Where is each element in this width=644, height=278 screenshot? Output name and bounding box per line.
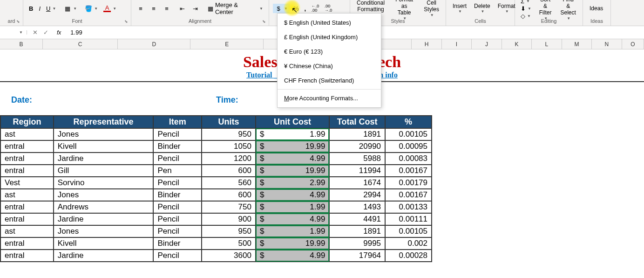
italic-button[interactable]: I <box>37 4 42 13</box>
currency-option-usd[interactable]: $ English (United States) <box>278 15 381 30</box>
cell[interactable]: 0.00083 <box>385 153 432 165</box>
cell[interactable]: 1493 <box>329 201 385 213</box>
cell[interactable]: $1.99 <box>256 225 329 237</box>
column-header-O[interactable]: O <box>622 39 644 49</box>
cell[interactable]: entral <box>0 250 54 262</box>
increase-decimal-button[interactable]: ←.0.00 <box>310 4 321 13</box>
column-header-E[interactable]: E <box>190 39 263 49</box>
cell[interactable]: Pencil <box>153 213 202 225</box>
column-header-N[interactable]: N <box>592 39 622 49</box>
find-select-button[interactable]: Find & Select▼ <box>557 0 579 21</box>
format-as-table-button[interactable]: Format as Table▼ <box>389 0 419 21</box>
cell[interactable]: $2.99 <box>256 177 329 189</box>
decrease-decimal-button[interactable]: .00→.0 <box>323 4 334 13</box>
cell[interactable]: Kivell <box>54 140 154 153</box>
cell[interactable]: $19.99 <box>256 237 329 250</box>
align-center-button[interactable]: ≡ <box>148 4 159 13</box>
cell[interactable]: 600 <box>202 165 256 177</box>
column-header-B[interactable]: B <box>0 39 43 49</box>
cell[interactable]: Pen <box>153 165 202 177</box>
cell[interactable]: 0.00105 <box>385 128 432 140</box>
cell[interactable]: Vest <box>0 177 54 189</box>
cell[interactable]: 950 <box>202 128 256 140</box>
cell[interactable]: 0.00167 <box>385 165 432 177</box>
cell[interactable]: Pencil <box>153 201 202 213</box>
column-header-K[interactable]: K <box>502 39 532 49</box>
cell[interactable]: ast <box>0 128 54 140</box>
cell[interactable]: $4.99 <box>256 189 329 201</box>
cell[interactable]: 11994 <box>329 165 385 177</box>
cancel-formula-button[interactable]: ✕ <box>33 29 38 36</box>
cell[interactable]: Jones <box>54 128 154 140</box>
cell[interactable]: Jones <box>54 225 154 237</box>
dialog-launcher-icon[interactable]: ⬊ <box>262 19 266 24</box>
cell[interactable]: Pencil <box>153 177 202 189</box>
accounting-format-button[interactable]: $▼ <box>273 4 290 13</box>
cell[interactable]: Jones <box>54 189 154 201</box>
enter-formula-button[interactable]: ✓ <box>43 29 48 36</box>
cell[interactable]: entral <box>0 165 54 177</box>
cell[interactable]: 4491 <box>329 213 385 225</box>
column-header-D[interactable]: D <box>118 39 190 49</box>
cell[interactable]: $1.99 <box>256 128 329 140</box>
align-right-button[interactable]: ≡ <box>161 4 172 13</box>
ideas-button[interactable]: Ideas <box>587 5 606 12</box>
percent-button[interactable]: % <box>291 4 301 13</box>
cell[interactable]: Pencil <box>153 250 202 262</box>
align-left-button[interactable]: ≡ <box>135 4 146 13</box>
column-header-M[interactable]: M <box>562 39 592 49</box>
comma-button[interactable]: , <box>302 4 308 13</box>
cell[interactable]: Andrews <box>54 201 154 213</box>
cell[interactable]: 0.00028 <box>385 250 432 262</box>
cell[interactable]: 560 <box>202 177 256 189</box>
cell[interactable]: 0.00105 <box>385 225 432 237</box>
merge-center-button[interactable]: ▦Merge & Center▼ <box>205 0 265 16</box>
currency-option-eur[interactable]: € Euro (€ 123) <box>278 44 381 59</box>
cell[interactable]: 17964 <box>329 250 385 262</box>
currency-option-cny[interactable]: ¥ Chinese (China) <box>278 59 381 73</box>
cell[interactable]: 0.00179 <box>385 177 432 189</box>
cell[interactable]: $4.99 <box>256 250 329 262</box>
cell[interactable]: entral <box>0 153 54 165</box>
cell[interactable]: 0.00167 <box>385 189 432 201</box>
cell[interactable]: Jardine <box>54 153 154 165</box>
currency-option-gbp[interactable]: £ English (United Kingdom) <box>278 30 381 44</box>
cell[interactable]: 2994 <box>329 189 385 201</box>
fx-icon[interactable]: fx <box>54 29 64 36</box>
cell[interactable]: ast <box>0 189 54 201</box>
cell[interactable]: entral <box>0 140 54 153</box>
name-box[interactable]: ▼ <box>0 30 27 35</box>
cell[interactable]: Binder <box>153 189 202 201</box>
delete-cells-button[interactable]: Delete▼ <box>471 3 493 14</box>
cell[interactable]: 0.002 <box>385 237 432 250</box>
cell[interactable]: Binder <box>153 237 202 250</box>
cell[interactable]: Pencil <box>153 128 202 140</box>
dialog-launcher-icon[interactable]: ⬊ <box>16 19 20 24</box>
cell[interactable]: Gill <box>54 165 154 177</box>
cell[interactable]: 500 <box>202 237 256 250</box>
insert-cells-button[interactable]: Insert▼ <box>450 3 469 14</box>
column-header-I[interactable]: I <box>442 39 472 49</box>
increase-indent-button[interactable]: ⇥ <box>190 4 201 13</box>
cell[interactable]: 1891 <box>329 128 385 140</box>
fill-color-button[interactable]: 🪣▼ <box>83 4 100 13</box>
cell[interactable]: 1050 <box>202 140 256 153</box>
cell[interactable]: Jardine <box>54 213 154 225</box>
cell[interactable]: 950 <box>202 225 256 237</box>
cell[interactable]: 9995 <box>329 237 385 250</box>
sort-filter-button[interactable]: Sort & Filter▼ <box>535 0 556 21</box>
font-color-button[interactable]: A▼ <box>102 4 118 13</box>
cell[interactable]: 1891 <box>329 225 385 237</box>
cell[interactable]: 600 <box>202 189 256 201</box>
cell[interactable]: Pencil <box>153 225 202 237</box>
cell-styles-button[interactable]: Cell Styles▼ <box>421 0 442 17</box>
cell[interactable]: entral <box>0 201 54 213</box>
cell[interactable]: $19.99 <box>256 165 329 177</box>
cell[interactable]: $4.99 <box>256 213 329 225</box>
cell[interactable]: entral <box>0 237 54 250</box>
cell[interactable]: 1674 <box>329 177 385 189</box>
underline-button[interactable]: U▼ <box>44 4 58 13</box>
currency-option-chf[interactable]: CHF French (Switzerland) <box>278 73 381 88</box>
cell[interactable]: Sorvino <box>54 177 154 189</box>
borders-button[interactable]: ▦▼ <box>62 4 79 13</box>
